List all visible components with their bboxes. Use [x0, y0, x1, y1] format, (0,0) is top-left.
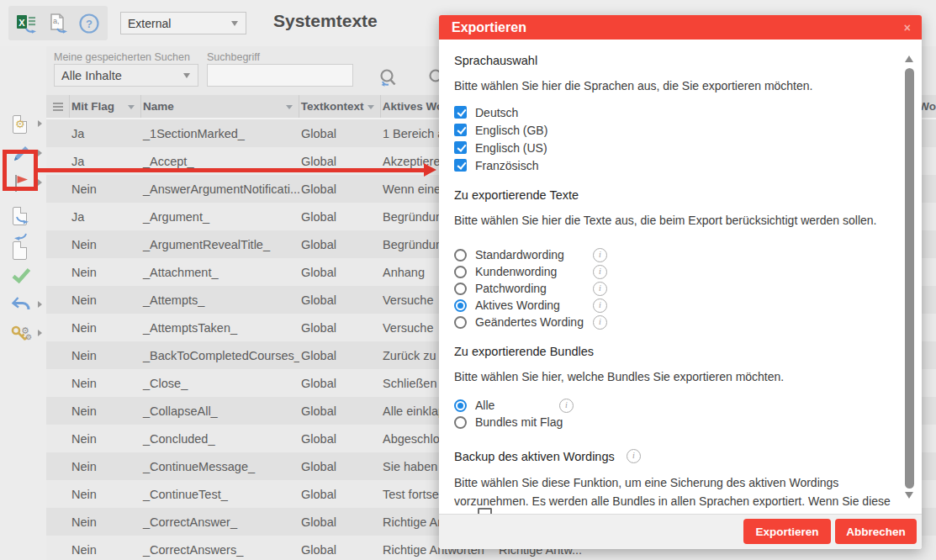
scroll-down-icon[interactable]: [905, 492, 913, 503]
cell-textkontext: Global: [299, 543, 381, 557]
wording-radio-option[interactable]: Kundenwording i: [454, 263, 878, 280]
cell-textkontext: Global: [299, 349, 381, 362]
cell-textkontext: Global: [299, 432, 381, 446]
export-button[interactable]: Exportieren: [743, 519, 831, 544]
chevron-down-icon[interactable]: [176, 65, 198, 86]
section-heading-texts: Zu exportierende Texte: [454, 188, 878, 202]
chevron-right-icon[interactable]: [38, 330, 45, 336]
undo-icon[interactable]: [10, 294, 32, 318]
radio-icon[interactable]: [454, 283, 467, 295]
filter-icon[interactable]: [286, 105, 293, 113]
language-checkbox-group: Deutsch Englisch (GB) Englisch (US): [454, 103, 878, 174]
chevron-right-icon[interactable]: [38, 150, 45, 156]
chevron-right-icon[interactable]: [38, 179, 45, 186]
cell-textkontext: Global: [299, 321, 381, 335]
bundle-radio-option[interactable]: Alle i: [454, 397, 878, 414]
export-tool-panel: X a, ?: [8, 6, 108, 40]
cell-name: _CorrectAnswers_: [141, 543, 299, 557]
radio-icon[interactable]: [454, 416, 467, 429]
saved-searches-label: Meine gespeicherten Suchen: [54, 51, 190, 63]
radio-icon[interactable]: [454, 316, 467, 329]
info-icon[interactable]: i: [627, 449, 641, 463]
document-settings-icon[interactable]: ⚙: [10, 114, 32, 137]
checkbox-icon[interactable]: [454, 106, 467, 119]
bundle-radio-option[interactable]: Bundles mit Flag i: [454, 414, 878, 431]
language-checkbox-option[interactable]: Englisch (GB): [454, 121, 878, 139]
chevron-right-icon[interactable]: [38, 120, 45, 127]
table-menu-cell[interactable]: [46, 95, 70, 118]
info-icon[interactable]: i: [593, 248, 607, 262]
section-description-texts: Bitte wählen Sie hier die Texte aus, die…: [454, 213, 878, 229]
cell-name: _ArgumentRevealTitle_: [141, 238, 299, 251]
cell-textkontext: Global: [299, 182, 381, 196]
help-icon[interactable]: ?: [78, 13, 100, 34]
checkbox-label: Englisch (GB): [475, 124, 547, 137]
wording-radio-option[interactable]: Aktives Wording i: [454, 297, 878, 314]
cell-name: _ContinueTest_: [141, 488, 299, 501]
text-export-icon[interactable]: a,: [47, 13, 69, 34]
cancel-button[interactable]: Abbrechen: [835, 519, 917, 544]
cell-mit-flag: Nein: [70, 377, 141, 390]
column-header-textkontext[interactable]: Textkontext: [299, 95, 381, 118]
dialog-footer: Exportieren Abbrechen: [439, 514, 922, 549]
checkbox-icon[interactable]: [454, 141, 467, 154]
export-highlight-arrow: [38, 168, 426, 172]
section-heading-backup: Backup des aktiven Wordings: [454, 450, 615, 463]
export-document-icon[interactable]: [10, 205, 32, 229]
language-checkbox-option[interactable]: Französisch: [454, 156, 878, 174]
wording-radio-option[interactable]: Patchwording i: [454, 280, 878, 297]
checkbox-icon[interactable]: [478, 508, 492, 514]
cell-textkontext: Global: [299, 488, 381, 501]
section-description-backup: Bitte wählen Sie diese Funktion, um eine…: [454, 473, 912, 515]
cell-mit-flag: Nein: [70, 488, 141, 501]
checkmark-approve-icon[interactable]: [10, 264, 32, 288]
info-icon[interactable]: i: [593, 298, 607, 313]
search-reset-icon[interactable]: [376, 67, 399, 94]
cell-name: _AnswerArgumentNotificati...: [141, 182, 299, 196]
cell-textkontext: Global: [299, 377, 381, 390]
column-header-mit-flag[interactable]: Mit Flag: [70, 95, 141, 118]
info-icon[interactable]: i: [593, 315, 607, 330]
checkbox-icon[interactable]: [454, 124, 467, 136]
filter-icon[interactable]: [368, 105, 374, 113]
cell-name: _Concluded_: [141, 432, 299, 446]
radio-label: Kundenwording: [475, 265, 593, 278]
chevron-down-icon[interactable]: [224, 13, 246, 34]
cell-name: _Attachment_: [141, 266, 299, 279]
close-icon[interactable]: ×: [904, 21, 922, 34]
radio-icon[interactable]: [454, 266, 467, 278]
info-icon[interactable]: i: [559, 399, 574, 413]
radio-icon[interactable]: [454, 299, 467, 312]
dialog-scrollbar[interactable]: [903, 43, 916, 511]
scrollbar-thumb[interactable]: [905, 68, 914, 489]
info-icon[interactable]: i: [593, 282, 607, 296]
section-description-languages: Bitte wählen Sie hier die Sprachen aus, …: [454, 78, 878, 94]
language-checkbox-option[interactable]: Englisch (US): [454, 139, 878, 156]
info-icon[interactable]: i: [593, 265, 607, 279]
radio-label: Aktives Wording: [475, 298, 593, 312]
cell-mit-flag: Nein: [70, 515, 141, 529]
chevron-right-icon[interactable]: [38, 301, 45, 308]
radio-icon[interactable]: [454, 399, 467, 412]
section-heading-languages: Sprachauswahl: [454, 54, 878, 67]
wording-radio-option[interactable]: Standardwording i: [454, 246, 878, 263]
column-header-name[interactable]: Name: [141, 95, 299, 118]
cell-name: _Attempts_: [141, 293, 299, 307]
filter-icon[interactable]: [128, 105, 135, 113]
wording-radio-option[interactable]: Geändertes Wording i: [454, 314, 878, 330]
language-checkbox-option[interactable]: Deutsch: [454, 103, 878, 121]
left-sidebar: ⚙: [0, 46, 46, 560]
radio-icon[interactable]: [454, 249, 467, 262]
cell-textkontext: Global: [299, 155, 381, 168]
checkbox-icon[interactable]: [454, 159, 467, 172]
export-dialog: Exportieren × Sprachauswahl Bitte wählen…: [439, 15, 922, 549]
app-root: X a, ?: [0, 0, 936, 560]
scroll-up-icon[interactable]: [905, 51, 913, 62]
menu-icon[interactable]: [53, 106, 63, 108]
key-permissions-icon[interactable]: ⚙ ⚙: [10, 323, 32, 346]
search-input[interactable]: [207, 64, 353, 87]
saved-searches-dropdown[interactable]: Alle Inhalte: [54, 64, 198, 87]
excel-export-icon[interactable]: X: [16, 13, 38, 34]
language-dropdown[interactable]: External: [120, 12, 246, 34]
import-document-icon[interactable]: [10, 236, 32, 260]
